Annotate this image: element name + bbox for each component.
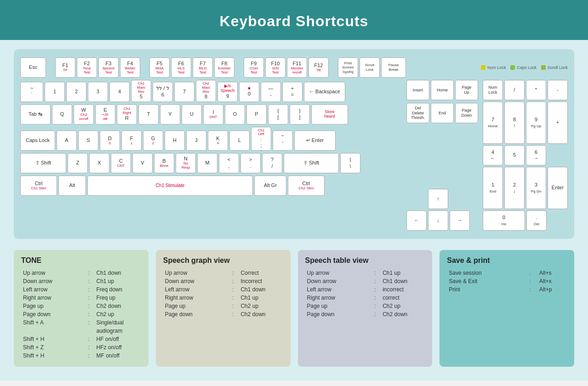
key-num2[interactable]: 2↓ [504, 167, 525, 209]
key-minus[interactable]: —- [261, 82, 281, 102]
key-f8[interactable]: F8 KnasterTest [214, 57, 234, 78]
key-r[interactable]: Ch1Right R [117, 104, 137, 125]
key-g[interactable]: G 2 [143, 131, 163, 151]
key-altgr[interactable]: Alt Gr [254, 176, 286, 196]
key-l[interactable]: L [229, 131, 250, 151]
key-p[interactable]: P [246, 104, 267, 125]
key-f1[interactable]: F1 TF [55, 57, 75, 78]
key-slash[interactable]: ?/ [262, 153, 282, 173]
key-num9[interactable]: 9Pg Up [526, 102, 546, 144]
key-f6[interactable]: F6 HLSTest [171, 57, 191, 78]
key-6[interactable]: ל / לל6 [153, 82, 173, 102]
key-ctrl-right[interactable]: Ctrl Ch2 Stim [288, 176, 325, 196]
key-backtick[interactable]: ~` [20, 82, 43, 102]
key-4[interactable]: 4 [109, 82, 130, 102]
key-v[interactable]: V [132, 153, 153, 173]
key-shift-left[interactable]: ⇧ Shift [20, 153, 66, 173]
key-c[interactable]: C CNT [111, 153, 131, 173]
key-num5[interactable]: 5 [504, 145, 525, 165]
key-num-plus[interactable]: + [548, 102, 568, 144]
key-num6[interactable]: 6→ [526, 145, 546, 165]
key-semicolon[interactable]: Ch1Left :; [251, 127, 271, 151]
key-w[interactable]: W Ch2on/off [74, 104, 94, 125]
key-x[interactable]: X [89, 153, 109, 173]
key-pause[interactable]: PauseBreak [381, 57, 406, 78]
key-home[interactable]: Home [431, 80, 454, 100]
key-j[interactable]: J [186, 131, 206, 151]
key-esc[interactable]: Esc [20, 57, 46, 78]
key-h[interactable]: H [165, 131, 185, 151]
key-pagedown[interactable]: PageDown [455, 103, 478, 123]
key-z[interactable]: Z [68, 153, 88, 173]
key-pageup[interactable]: PageUp [455, 80, 478, 100]
key-1[interactable]: 1 [45, 82, 65, 102]
key-num0[interactable]: 0Ins [483, 210, 525, 231]
key-e[interactable]: E +20dB [95, 104, 115, 125]
key-num-slash[interactable]: / [504, 80, 525, 100]
key-period[interactable]: >. [240, 153, 261, 173]
key-num3[interactable]: 3Pg Dn [526, 167, 546, 209]
key-0[interactable]: ■ 0 [239, 82, 259, 102]
key-f10[interactable]: F10 SISITest [265, 57, 285, 78]
key-f5[interactable]: F5 MHATest [149, 57, 170, 78]
key-arrow-right[interactable]: → [450, 210, 470, 231]
key-num-del[interactable]: .Del [526, 210, 547, 231]
key-arrow-left[interactable]: ← [406, 210, 427, 231]
key-9[interactable]: ▶/IISpeech 9 [217, 82, 238, 102]
key-f[interactable]: F 1 [121, 131, 142, 151]
key-f9[interactable]: F9 O'sinTest [244, 57, 264, 78]
key-enter[interactable]: ↵ Enter [294, 131, 336, 151]
key-backspace[interactable]: ← Backspace [304, 82, 345, 102]
key-f7[interactable]: F7 MLDTest [193, 57, 213, 78]
key-i[interactable]: I DNT [203, 104, 223, 125]
key-num-asterisk[interactable]: * [526, 80, 546, 100]
key-num1[interactable]: 1End [483, 167, 503, 209]
key-shift-right[interactable]: ⇧ Shift [284, 153, 339, 173]
key-num7[interactable]: 7Home [483, 102, 503, 144]
key-arrow-down[interactable]: ↓ [428, 210, 448, 231]
key-ctrl-left[interactable]: Ctrl Ch1 Stim [20, 176, 57, 196]
key-num-enter[interactable]: Enter [548, 167, 568, 209]
key-3[interactable]: 3 [88, 82, 108, 102]
key-tab[interactable]: Tab ↹ [20, 104, 51, 125]
key-comma[interactable]: <, [219, 153, 239, 173]
key-numlock[interactable]: NumLock [483, 80, 503, 100]
key-a[interactable]: A [57, 131, 77, 151]
key-num4[interactable]: 4← [483, 145, 503, 165]
key-lbrace[interactable]: {[ [268, 104, 288, 125]
key-f11[interactable]: F11 Monitoron/off [287, 57, 307, 78]
key-o[interactable]: O [225, 104, 245, 125]
key-alt-left[interactable]: Alt [58, 176, 86, 196]
key-arrow-up[interactable]: ↑ [428, 189, 448, 209]
key-rbrace[interactable]: }] [290, 104, 310, 125]
key-insert[interactable]: Insert [406, 80, 429, 100]
key-prtsc[interactable]: PrintScreenSysRq [338, 57, 358, 78]
key-backslash[interactable]: |\ [340, 153, 360, 173]
key-end[interactable]: End [431, 103, 454, 123]
key-b[interactable]: B Bone [154, 153, 174, 173]
key-t[interactable]: T [138, 104, 159, 125]
key-s[interactable]: S [78, 131, 98, 151]
key-equals[interactable]: += [282, 82, 303, 102]
key-store-heard[interactable]: Storeheard [311, 104, 348, 125]
key-f12[interactable]: F12 TB [308, 57, 329, 78]
key-7[interactable]: 7 [174, 82, 194, 102]
key-d[interactable]: D 0 [100, 131, 120, 151]
key-k[interactable]: K 4 [208, 131, 228, 151]
key-quote[interactable]: "' [273, 131, 293, 151]
key-scroll[interactable]: ScrollLock [360, 57, 380, 78]
key-n[interactable]: N NoResp [176, 153, 196, 173]
key-space[interactable]: Ch1 Stimulate [87, 176, 253, 196]
key-num8[interactable]: 8↑ [504, 102, 525, 144]
key-8[interactable]: Ch2Man/Rev 8 [196, 80, 216, 102]
key-q[interactable]: Q [52, 104, 72, 125]
key-capslock[interactable]: Caps Lock [20, 131, 55, 151]
key-y[interactable]: Y [160, 104, 180, 125]
key-f2[interactable]: F2 ToneTest [77, 57, 97, 78]
key-m[interactable]: M [197, 153, 217, 173]
key-delete[interactable]: DelDeleteThresh. [406, 103, 429, 123]
key-f4[interactable]: F4 WeberTest [120, 57, 140, 78]
key-5[interactable]: Ch1Man/Rev 5 [131, 80, 151, 102]
key-num-minus[interactable]: - [548, 80, 568, 100]
key-f3[interactable]: F3 SpeechTest [98, 57, 119, 78]
